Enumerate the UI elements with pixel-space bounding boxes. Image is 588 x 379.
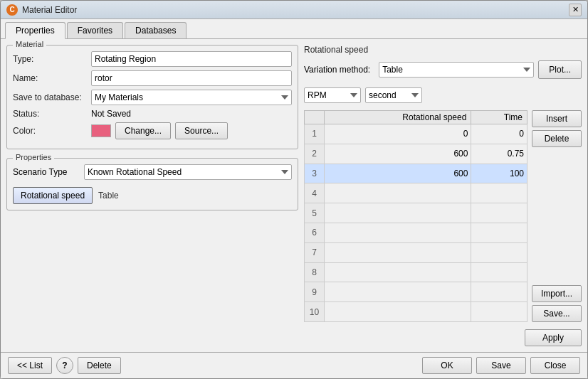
table-row[interactable]: 7 bbox=[305, 242, 527, 262]
row-num: 2 bbox=[305, 144, 325, 164]
table-row[interactable]: 6 bbox=[305, 223, 527, 242]
row-time[interactable]: 0.75 bbox=[471, 144, 527, 164]
insert-button[interactable]: Insert bbox=[532, 110, 582, 127]
app-icon: C bbox=[6, 4, 18, 16]
row-speed[interactable] bbox=[325, 302, 471, 322]
status-value: Not Saved bbox=[91, 109, 131, 119]
row-speed[interactable] bbox=[325, 223, 471, 242]
save-to-db-label: Save to database: bbox=[13, 92, 91, 102]
color-row: Color: Change... Source... bbox=[13, 122, 292, 139]
source-button[interactable]: Source... bbox=[175, 122, 228, 139]
row-speed[interactable] bbox=[325, 282, 471, 302]
main-content: Material Type: Name: Save to database: M… bbox=[1, 39, 587, 352]
ok-button[interactable]: OK bbox=[422, 357, 472, 374]
row-speed[interactable]: 600 bbox=[325, 144, 471, 164]
row-time[interactable]: 100 bbox=[471, 164, 527, 183]
title-bar: C Material Editor ✕ bbox=[1, 1, 587, 19]
table-row[interactable]: 1 0 0 bbox=[305, 124, 527, 144]
help-button[interactable]: ? bbox=[56, 357, 73, 374]
tab-properties[interactable]: Properties bbox=[5, 22, 65, 39]
row-num: 7 bbox=[305, 242, 325, 262]
row-num: 3 bbox=[305, 164, 325, 183]
properties-group: Properties Scenario Type Known Rotationa… bbox=[6, 158, 298, 210]
row-num: 5 bbox=[305, 203, 325, 223]
delete-row-button[interactable]: Delete bbox=[532, 130, 582, 147]
table-row[interactable]: 4 bbox=[305, 183, 527, 203]
tab-databases[interactable]: Databases bbox=[125, 22, 187, 38]
close-button[interactable]: Close bbox=[530, 357, 580, 374]
speed-unit-dropdown[interactable]: RPM bbox=[304, 87, 361, 103]
col-speed-header: Rotational speed bbox=[325, 111, 471, 124]
row-num: 6 bbox=[305, 223, 325, 242]
variation-label: Variation method: bbox=[304, 65, 370, 75]
save-button[interactable]: Save bbox=[476, 357, 526, 374]
name-label: Name: bbox=[13, 73, 91, 83]
variation-dropdown[interactable]: Table bbox=[379, 62, 534, 78]
table-row[interactable]: 9 bbox=[305, 282, 527, 302]
color-controls: Change... Source... bbox=[91, 122, 228, 139]
table-row[interactable]: 10 bbox=[305, 302, 527, 322]
time-unit-dropdown[interactable]: second bbox=[365, 87, 422, 103]
type-label: Type: bbox=[13, 54, 91, 64]
row-time[interactable] bbox=[471, 262, 527, 282]
close-icon[interactable]: ✕ bbox=[569, 4, 582, 16]
row-num: 9 bbox=[305, 282, 325, 302]
table-row[interactable]: 3 600 100 bbox=[305, 164, 527, 183]
type-row: Type: bbox=[13, 51, 292, 67]
type-input[interactable] bbox=[91, 51, 292, 67]
left-panel: Material Type: Name: Save to database: M… bbox=[6, 45, 298, 346]
rotational-speed-header: Rotational speed bbox=[304, 45, 582, 55]
change-color-button[interactable]: Change... bbox=[115, 122, 171, 139]
tabs-bar: Properties Favorites Databases bbox=[1, 19, 587, 39]
plot-button[interactable]: Plot... bbox=[538, 60, 582, 79]
row-time[interactable] bbox=[471, 223, 527, 242]
row-time[interactable] bbox=[471, 242, 527, 262]
row-time[interactable] bbox=[471, 302, 527, 322]
color-swatch bbox=[91, 124, 111, 137]
table-row[interactable]: 8 bbox=[305, 262, 527, 282]
row-speed[interactable] bbox=[325, 262, 471, 282]
row-speed[interactable] bbox=[325, 242, 471, 262]
apply-button[interactable]: Apply bbox=[525, 329, 582, 346]
row-speed[interactable]: 600 bbox=[325, 164, 471, 183]
table-row[interactable]: 2 600 0.75 bbox=[305, 144, 527, 164]
table-area: Rotational speed Time 1 0 0 2 600 0.75 3… bbox=[304, 110, 582, 322]
row-speed[interactable] bbox=[325, 183, 471, 203]
prop-value: Table bbox=[98, 191, 119, 201]
material-editor-window: C Material Editor ✕ Properties Favorites… bbox=[0, 0, 588, 379]
save-to-db-row: Save to database: My Materials bbox=[13, 90, 292, 105]
name-input[interactable] bbox=[91, 70, 292, 86]
table-row[interactable]: 5 bbox=[305, 203, 527, 223]
rotational-speed-button[interactable]: Rotational speed bbox=[13, 187, 93, 204]
bottom-bar-left: << List ? Delete bbox=[8, 357, 121, 374]
row-speed[interactable] bbox=[325, 203, 471, 223]
list-button[interactable]: << List bbox=[8, 357, 52, 374]
tab-favorites[interactable]: Favorites bbox=[67, 22, 123, 38]
prop-item: Rotational speed Table bbox=[13, 187, 119, 204]
row-time[interactable] bbox=[471, 183, 527, 203]
row-num: 10 bbox=[305, 302, 325, 322]
apply-row: Apply bbox=[304, 329, 582, 346]
bottom-bar-right: OK Save Close bbox=[422, 357, 580, 374]
row-num: 8 bbox=[305, 262, 325, 282]
variation-row: Variation method: Table Plot... bbox=[304, 60, 582, 79]
row-time[interactable] bbox=[471, 282, 527, 302]
table-action-buttons: Insert Delete Import... Save... bbox=[532, 110, 582, 322]
name-row: Name: bbox=[13, 70, 292, 86]
data-table: Rotational speed Time 1 0 0 2 600 0.75 3… bbox=[304, 110, 527, 322]
status-row: Status: Not Saved bbox=[13, 109, 292, 119]
import-button[interactable]: Import... bbox=[532, 285, 582, 302]
row-time[interactable]: 0 bbox=[471, 124, 527, 144]
scenario-dropdown[interactable]: Known Rotational Speed bbox=[84, 164, 292, 180]
bottom-bar: << List ? Delete OK Save Close bbox=[1, 352, 587, 378]
col-time-header: Time bbox=[471, 111, 527, 124]
properties-group-label: Properties bbox=[13, 153, 54, 161]
save-to-db-dropdown[interactable]: My Materials bbox=[91, 90, 292, 105]
delete-button[interactable]: Delete bbox=[78, 357, 121, 374]
row-speed[interactable]: 0 bbox=[325, 124, 471, 144]
save-table-button[interactable]: Save... bbox=[532, 305, 582, 322]
scenario-label: Scenario Type bbox=[13, 167, 84, 177]
row-time[interactable] bbox=[471, 203, 527, 223]
right-panel: Rotational speed Variation method: Table… bbox=[304, 45, 582, 346]
row-num: 1 bbox=[305, 124, 325, 144]
